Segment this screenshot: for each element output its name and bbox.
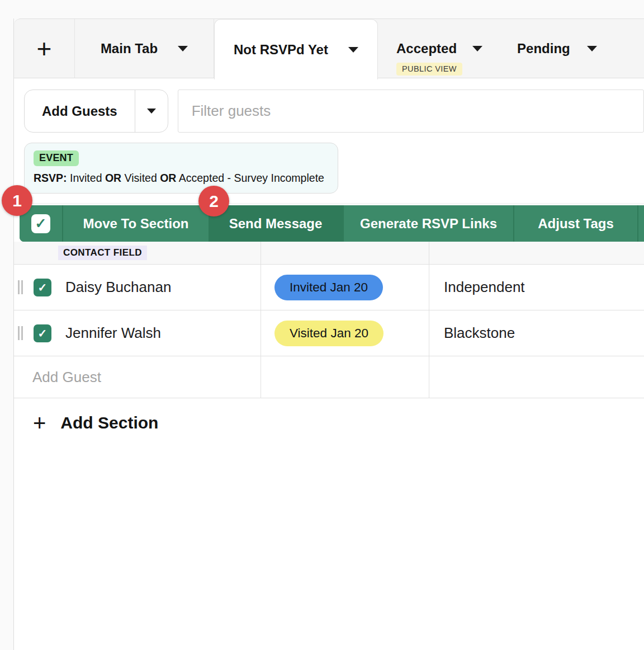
add-guests-button[interactable]: Add Guests [25, 90, 135, 132]
tab-pending[interactable]: Pending [482, 19, 597, 78]
bulk-toolbar-section: ✓ Move To Section Send Message Generate … [14, 203, 644, 242]
add-section-label: Add Section [60, 413, 158, 432]
chevron-down-icon[interactable] [587, 46, 597, 51]
add-guests-dropdown-button[interactable] [135, 90, 168, 132]
send-message-button[interactable]: Send Message [209, 205, 343, 242]
tab-content: Add Guests EVENT RSVP: Invited OR Visite… [14, 78, 644, 650]
rsvp-status-pill[interactable]: Invited Jan 20 [274, 275, 383, 300]
bulk-action-toolbar: ✓ Move To Section Send Message Generate … [20, 205, 644, 242]
select-all-checkbox[interactable]: ✓ [31, 214, 50, 233]
guest-name: Daisy Buchanan [65, 279, 171, 296]
annotation-marker-2: 2 [198, 186, 229, 216]
guest-list-panel: + Main Tab Not RSVPd Yet Accepted PUBLIC… [13, 18, 644, 650]
public-view-badge: PUBLIC VIEW [396, 63, 462, 76]
guest-name: Jennifer Walsh [65, 324, 161, 342]
drag-handle-icon[interactable] [18, 326, 23, 340]
guest-name-cell[interactable]: ✓ Jennifer Walsh [14, 310, 261, 356]
checkmark-icon: ✓ [38, 327, 48, 340]
table-row: ✓ Jennifer Walsh Visited Jan 20 Blacksto… [14, 310, 644, 356]
guest-name-cell[interactable]: ✓ Daisy Buchanan [14, 265, 261, 310]
contact-field-column-header[interactable]: CONTACT FIELD [58, 246, 147, 260]
chevron-down-icon[interactable] [178, 46, 188, 51]
tab-label: Accepted [396, 41, 457, 56]
contact-field-cell[interactable]: Blackstone [429, 310, 644, 356]
add-guest-row[interactable]: Add Guest [14, 356, 644, 398]
tab-bar: + Main Tab Not RSVPd Yet Accepted PUBLIC… [14, 18, 644, 78]
add-section-button[interactable]: + Add Section [14, 408, 644, 437]
plus-icon: + [37, 36, 52, 62]
chevron-down-icon[interactable] [472, 46, 482, 51]
tab-label: Not RSVPd Yet [234, 42, 328, 58]
marker-number: 1 [12, 191, 22, 210]
guest-table: CONTACT FIELD ✓ Daisy Buchanan Invited J… [14, 242, 644, 398]
plus-icon: + [33, 412, 46, 434]
column-divider [429, 242, 429, 398]
tab-label: Pending [517, 41, 570, 56]
add-guest-placeholder: Add Guest [32, 369, 101, 386]
checkmark-icon: ✓ [38, 281, 48, 294]
event-filter-badge: EVENT [34, 150, 79, 166]
generate-rsvp-links-button[interactable]: Generate RSVP Links [344, 205, 513, 242]
tab-label: Main Tab [101, 41, 158, 56]
guest-controls-row: Add Guests [14, 78, 644, 133]
rsvp-status-cell: Invited Jan 20 [261, 265, 429, 310]
toolbar-overflow-button[interactable] [638, 205, 644, 242]
active-filter-box[interactable]: EVENT RSVP: Invited OR Visited OR Accept… [24, 143, 338, 194]
rsvp-status-cell: Visited Jan 20 [261, 310, 429, 356]
tab-accepted[interactable]: Accepted PUBLIC VIEW [378, 19, 482, 78]
row-checkbox[interactable]: ✓ [34, 324, 51, 342]
tab-not-rsvpd-yet[interactable]: Not RSVPd Yet [214, 19, 378, 79]
table-header-row: CONTACT FIELD [14, 242, 644, 265]
marker-number: 2 [209, 192, 219, 211]
filter-rule: RSVP: Invited OR Visited OR Accepted - S… [34, 172, 329, 185]
filter-guests-input[interactable] [178, 90, 644, 133]
drag-handle-icon[interactable] [18, 280, 23, 294]
rsvp-status-pill[interactable]: Visited Jan 20 [274, 321, 383, 346]
tab-main-tab[interactable]: Main Tab [75, 19, 214, 78]
move-to-section-button[interactable]: Move To Section [63, 205, 209, 242]
annotation-marker-1: 1 [2, 185, 32, 216]
contact-field-cell[interactable]: Independent [429, 265, 644, 310]
chevron-down-icon[interactable] [348, 47, 358, 53]
add-guests-split-button[interactable]: Add Guests [24, 90, 168, 133]
adjust-tags-button[interactable]: Adjust Tags [514, 205, 637, 242]
column-divider [261, 242, 261, 398]
checkmark-icon: ✓ [35, 215, 47, 232]
chevron-down-icon [147, 109, 156, 114]
row-checkbox[interactable]: ✓ [34, 279, 51, 296]
table-row: ✓ Daisy Buchanan Invited Jan 20 Independ… [14, 265, 644, 310]
new-tab-button[interactable]: + [14, 19, 75, 78]
